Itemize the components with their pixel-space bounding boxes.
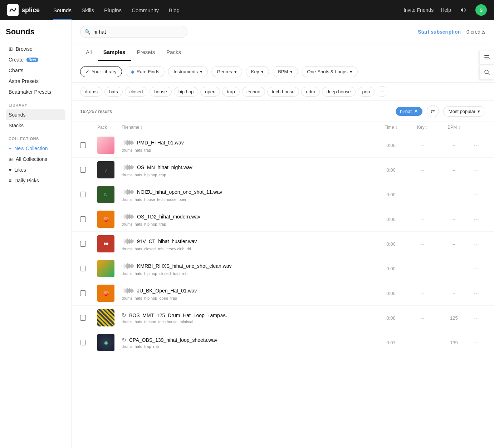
sound-tag[interactable]: closed (159, 271, 171, 276)
sound-tag[interactable]: drums (122, 222, 133, 226)
sound-more-button[interactable]: ⋯ (471, 288, 481, 298)
col-filename[interactable]: Filename ↕ (122, 125, 374, 130)
key-filter[interactable]: Key ▾ (246, 66, 269, 77)
tag-pop[interactable]: pop (358, 87, 375, 97)
queue-icon-btn[interactable] (480, 50, 494, 64)
shuffle-button[interactable]: ⇄ (427, 105, 439, 117)
sound-tag[interactable]: hats (135, 222, 142, 226)
sidebar-item-beatmaker[interactable]: Beatmaker Presets (6, 87, 65, 97)
instruments-filter[interactable]: Instruments ▾ (168, 66, 208, 77)
tag-hiphop[interactable]: hip hop (174, 87, 199, 97)
start-subscription-link[interactable]: Start subscription (418, 29, 461, 35)
col-key[interactable]: Key ↕ (408, 125, 437, 130)
sidebar-item-sounds[interactable]: Sounds (6, 109, 65, 120)
sound-more-button[interactable]: ⋯ (471, 313, 481, 323)
sound-tag[interactable]: hats (135, 247, 142, 251)
sound-checkbox[interactable] (80, 340, 86, 345)
tag-house[interactable]: house (150, 87, 171, 97)
sound-more-button[interactable]: ⋯ (471, 165, 481, 175)
sound-row[interactable]: 🕶 91V_CT_hihat_hustler.wav drumshatsclos… (72, 232, 494, 256)
user-avatar[interactable]: S (475, 4, 487, 16)
sound-tag[interactable]: hats (135, 271, 142, 276)
sidebar-item-astra[interactable]: Astra Presets (6, 76, 65, 87)
sound-tag[interactable]: trap (173, 271, 180, 276)
sidebar-item-stacks[interactable]: Stacks (6, 120, 65, 131)
sound-tag[interactable]: hip hop (144, 271, 157, 276)
col-bpm[interactable]: BPM ↕ (440, 125, 468, 130)
nav-community[interactable]: Community (127, 0, 164, 20)
sound-tag[interactable]: hats (135, 344, 142, 349)
sound-more-button[interactable]: ⋯ (471, 264, 481, 274)
sound-tag[interactable]: tech house (158, 320, 177, 324)
one-shots-loops-filter[interactable]: One-Shots & Loops ▾ (302, 66, 357, 77)
your-library-filter[interactable]: ✓ Your Library (80, 66, 122, 77)
sound-tag[interactable]: dri... (187, 247, 194, 251)
tag-edm[interactable]: edm (301, 87, 319, 97)
sound-tag[interactable]: trap (144, 344, 151, 349)
sound-tag[interactable]: open (159, 296, 168, 300)
sound-tag[interactable]: rnb (182, 271, 187, 276)
sound-tag[interactable]: hats (135, 197, 142, 202)
logo[interactable]: splice (7, 4, 40, 16)
sound-more-button[interactable]: ⋯ (471, 189, 481, 200)
sound-row[interactable]: PMD_Hi-Hat_01.wav drumshatstrap 0:00 -- … (72, 133, 494, 158)
sound-row[interactable]: ♪ OS_MN_hihat_night.wav drumshatship hop… (72, 158, 494, 182)
sound-tag[interactable]: drums (122, 271, 133, 276)
nav-plugins[interactable]: Plugins (99, 0, 127, 20)
sound-tag[interactable]: open (178, 197, 187, 202)
sound-row[interactable]: ↻ BOS_MMT_125_Drum_Hat_Loop_Lamp.w... dr… (72, 306, 494, 330)
sidebar-item-daily-picks[interactable]: ≡ Daily Picks (6, 175, 65, 186)
sound-tag[interactable]: minimal (180, 320, 193, 324)
sound-row[interactable]: ◈ ↻ CPA_OBS_139_hihat_loop_sheets.wav dr… (72, 330, 494, 355)
tag-open[interactable]: open (200, 87, 220, 97)
sound-checkbox[interactable] (80, 241, 86, 247)
sound-tag[interactable]: hip hop (144, 222, 157, 226)
sound-row[interactable]: N NOIZU_hihat_open_one_shot_11.wav drums… (72, 182, 494, 207)
sound-row[interactable]: KMRBI_RHXS_hihat_one_shot_clean.wav drum… (72, 256, 494, 281)
bpm-filter[interactable]: BPM ▾ (273, 66, 298, 77)
search-waveform-icon-btn[interactable] (480, 65, 494, 79)
sound-tag[interactable]: trap (144, 148, 151, 152)
sidebar-item-browse[interactable]: ⊞ Browse (6, 44, 65, 54)
remove-filter-button[interactable]: ✕ (414, 109, 418, 114)
sound-tag[interactable]: drums (122, 173, 133, 177)
sound-tag[interactable]: tech house (157, 197, 176, 202)
sound-tag[interactable]: drums (122, 296, 133, 300)
sound-tag[interactable]: hats (135, 320, 142, 324)
sound-tag[interactable]: trap (159, 222, 166, 226)
tab-packs[interactable]: Packs (161, 44, 187, 61)
sidebar-item-new-collection[interactable]: + New Collection (6, 143, 65, 154)
sidebar-item-charts[interactable]: Charts (6, 65, 65, 76)
sound-checkbox[interactable] (80, 142, 86, 148)
sound-checkbox[interactable] (80, 266, 86, 271)
tag-trap[interactable]: trap (222, 87, 239, 97)
sound-tag[interactable]: drums (122, 197, 133, 202)
genres-filter[interactable]: Genres ▾ (211, 66, 242, 77)
sound-tag[interactable]: jersey club (166, 247, 185, 251)
col-time[interactable]: Time ↕ (377, 125, 405, 130)
nav-skills[interactable]: Skills (77, 0, 99, 20)
invite-friends-link[interactable]: Invite Friends (403, 7, 434, 13)
sound-more-button[interactable]: ⋯ (471, 239, 481, 249)
sort-button[interactable]: Most popular ▾ (443, 106, 485, 117)
sound-checkbox[interactable] (80, 216, 86, 222)
tag-drums[interactable]: drums (80, 87, 102, 97)
sound-more-button[interactable]: ⋯ (471, 338, 481, 348)
more-tags-button[interactable]: ⋯ (377, 86, 387, 97)
tag-tech-house[interactable]: tech house (267, 87, 299, 97)
rare-finds-filter[interactable]: ◆ Rare Finds (126, 66, 165, 77)
volume-icon[interactable] (458, 5, 468, 15)
sound-tag[interactable]: hats (135, 148, 142, 152)
sound-tag[interactable]: drums (122, 148, 133, 152)
sound-tag[interactable]: hats (135, 296, 142, 300)
tab-all[interactable]: All (80, 44, 98, 61)
search-input[interactable] (80, 26, 187, 38)
sidebar-item-all-collections[interactable]: ⊞ All Collections (6, 154, 65, 164)
sound-tag[interactable]: trap (170, 296, 177, 300)
sound-row[interactable]: 🍑 JU_BK_Open_Hat_01.wav drumshatship hop… (72, 281, 494, 306)
tag-deep-house[interactable]: deep house (322, 87, 356, 97)
sound-more-button[interactable]: ⋯ (471, 140, 481, 150)
sidebar-item-likes[interactable]: ♥ Likes (6, 164, 65, 175)
help-link[interactable]: Help (441, 7, 451, 13)
sound-checkbox[interactable] (80, 167, 86, 173)
